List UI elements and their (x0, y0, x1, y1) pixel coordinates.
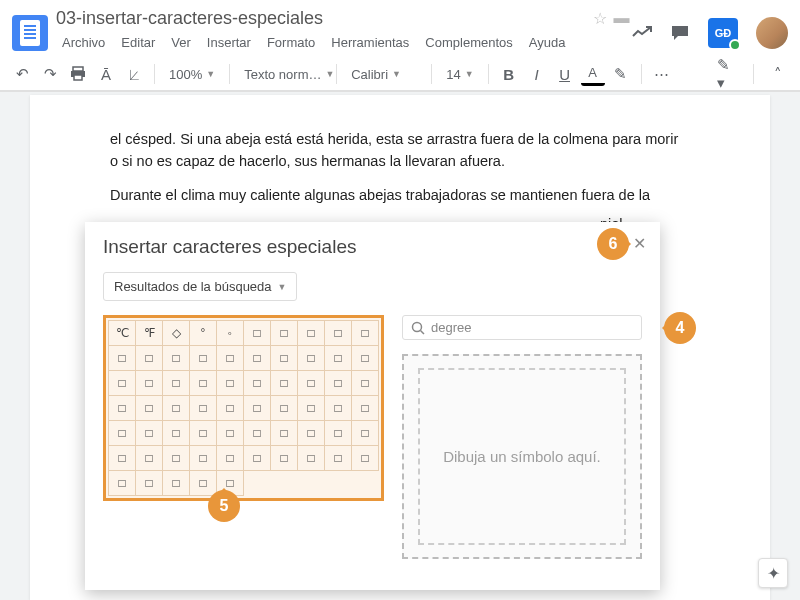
print-icon[interactable] (66, 62, 90, 86)
docs-logo-icon[interactable] (12, 15, 48, 51)
zoom-select[interactable]: 100%▼ (163, 67, 221, 82)
char-cell[interactable]: □ (298, 421, 325, 446)
char-cell[interactable]: □ (217, 396, 244, 421)
char-cell[interactable]: □ (163, 346, 190, 371)
char-cell[interactable]: □ (244, 346, 271, 371)
menu-archivo[interactable]: Archivo (56, 31, 111, 54)
char-cell[interactable]: □ (298, 371, 325, 396)
char-cell[interactable]: □ (190, 446, 217, 471)
char-cell[interactable]: □ (298, 346, 325, 371)
char-cell[interactable]: □ (271, 421, 298, 446)
spellcheck-icon[interactable]: Ā (94, 62, 118, 86)
char-cell[interactable]: □ (190, 421, 217, 446)
menu-insertar[interactable]: Insertar (201, 31, 257, 54)
menu-complementos[interactable]: Complementos (419, 31, 518, 54)
char-cell[interactable]: □ (352, 421, 379, 446)
char-cell[interactable]: □ (271, 321, 298, 346)
menu-ayuda[interactable]: Ayuda (523, 31, 572, 54)
char-cell[interactable]: □ (163, 371, 190, 396)
char-cell[interactable]: □ (298, 396, 325, 421)
char-cell[interactable]: □ (325, 446, 352, 471)
bold-icon[interactable]: B (497, 62, 521, 86)
char-cell[interactable]: □ (325, 371, 352, 396)
char-cell[interactable]: □ (136, 446, 163, 471)
more-icon[interactable]: ⋯ (650, 62, 674, 86)
char-cell[interactable]: □ (190, 396, 217, 421)
char-cell[interactable]: □ (136, 346, 163, 371)
char-cell[interactable]: □ (217, 371, 244, 396)
char-cell[interactable]: □ (298, 321, 325, 346)
char-cell[interactable]: □ (325, 321, 352, 346)
char-cell[interactable]: □ (163, 446, 190, 471)
char-cell[interactable]: □ (190, 346, 217, 371)
menu-ver[interactable]: Ver (165, 31, 197, 54)
fontsize-select[interactable]: 14▼ (440, 67, 479, 82)
redo-icon[interactable]: ↷ (38, 62, 62, 86)
avatar[interactable] (756, 17, 788, 49)
char-cell[interactable]: ℃ (109, 321, 136, 346)
char-cell[interactable]: □ (217, 421, 244, 446)
char-cell[interactable]: □ (136, 471, 163, 496)
char-cell[interactable] (271, 471, 298, 496)
char-cell[interactable]: □ (244, 396, 271, 421)
char-cell[interactable]: □ (109, 346, 136, 371)
char-cell[interactable]: □ (271, 396, 298, 421)
search-input-wrapper[interactable] (402, 315, 642, 340)
char-cell[interactable] (298, 471, 325, 496)
highlight-icon[interactable]: ✎ (609, 62, 633, 86)
char-cell[interactable]: □ (271, 371, 298, 396)
text-color-icon[interactable]: A (581, 62, 605, 86)
char-cell[interactable]: ◦ (217, 321, 244, 346)
char-cell[interactable]: □ (271, 446, 298, 471)
char-cell[interactable]: □ (352, 346, 379, 371)
menu-formato[interactable]: Formato (261, 31, 321, 54)
char-cell[interactable]: □ (352, 321, 379, 346)
char-cell[interactable]: □ (244, 421, 271, 446)
char-cell[interactable]: □ (109, 446, 136, 471)
char-cell[interactable]: □ (325, 421, 352, 446)
menu-editar[interactable]: Editar (115, 31, 161, 54)
char-cell[interactable]: □ (244, 446, 271, 471)
underline-icon[interactable]: U (553, 62, 577, 86)
collapse-icon[interactable]: ˄ (766, 62, 790, 86)
char-cell[interactable]: □ (109, 396, 136, 421)
char-cell[interactable]: □ (352, 371, 379, 396)
search-input[interactable] (431, 320, 633, 335)
char-cell[interactable]: □ (298, 446, 325, 471)
char-cell[interactable]: □ (163, 421, 190, 446)
char-cell[interactable]: □ (136, 421, 163, 446)
char-cell[interactable]: □ (136, 396, 163, 421)
char-cell[interactable]: ℉ (136, 321, 163, 346)
char-cell[interactable]: □ (217, 346, 244, 371)
char-cell[interactable]: □ (190, 371, 217, 396)
char-cell[interactable]: □ (190, 471, 217, 496)
document-title[interactable]: 03-insertar-caracteres-especiales (56, 8, 577, 29)
char-cell[interactable] (352, 471, 379, 496)
char-cell[interactable]: □ (109, 471, 136, 496)
char-cell[interactable]: □ (271, 346, 298, 371)
char-cell[interactable]: □ (136, 371, 163, 396)
char-cell[interactable]: □ (325, 396, 352, 421)
paint-format-icon[interactable]: ⟀ (122, 62, 146, 86)
star-icon[interactable]: ☆ (593, 9, 607, 28)
menu-herramientas[interactable]: Herramientas (325, 31, 415, 54)
undo-icon[interactable]: ↶ (10, 62, 34, 86)
char-cell[interactable]: ◇ (163, 321, 190, 346)
italic-icon[interactable]: I (525, 62, 549, 86)
explore-button[interactable]: ✦ (758, 558, 788, 588)
char-cell[interactable]: □ (163, 471, 190, 496)
editing-mode-icon[interactable]: ✎ ▾ (717, 62, 741, 86)
draw-symbol-area[interactable]: Dibuja un símbolo aquí. (402, 354, 642, 559)
comment-icon[interactable] (670, 24, 690, 42)
char-cell[interactable]: ° (190, 321, 217, 346)
char-cell[interactable] (244, 471, 271, 496)
folder-icon[interactable]: ▬ (613, 9, 629, 28)
char-cell[interactable]: □ (325, 346, 352, 371)
share-button[interactable]: GÐ (708, 18, 738, 48)
font-select[interactable]: Calibri▼ (345, 67, 423, 82)
char-cell[interactable]: □ (352, 396, 379, 421)
char-cell[interactable]: □ (244, 321, 271, 346)
char-cell[interactable]: □ (163, 396, 190, 421)
char-cell[interactable] (325, 471, 352, 496)
char-cell[interactable]: □ (109, 421, 136, 446)
